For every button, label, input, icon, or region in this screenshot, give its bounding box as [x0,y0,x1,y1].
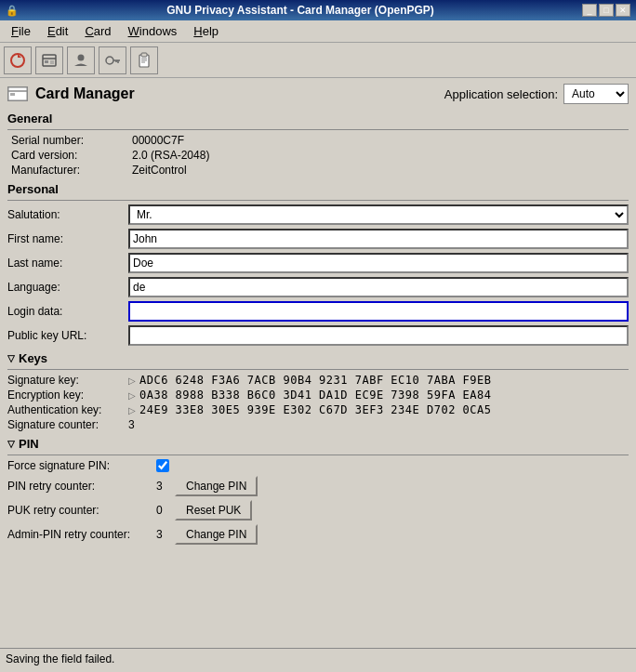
menu-file[interactable]: File [4,22,38,40]
card-version-value: 2.0 (RSA-2048) [132,149,209,162]
login-data-input[interactable] [128,301,629,322]
authentication-key-row: Authentication key: ▷ 24E9 33E8 30E5 939… [7,403,629,416]
puk-retry-label: PUK retry counter: [7,504,156,517]
signature-key-label: Signature key: [7,374,128,387]
force-signature-row: Force signature PIN: [7,459,629,472]
refresh-button[interactable] [4,46,32,74]
reset-puk-button[interactable]: Reset PUK [175,500,252,520]
svg-rect-19 [10,93,15,96]
keys-section-title: Keys [19,351,47,365]
signature-counter-label: Signature counter: [7,418,128,431]
manufacturer-value: ZeitControl [132,164,187,177]
svg-point-7 [78,54,85,60]
force-signature-checkbox[interactable] [156,459,169,472]
menu-help[interactable]: Help [186,22,226,40]
page-title: Card Manager [35,86,135,102]
menu-bar: File Edit Card Windows Help [0,20,636,43]
change-pin-button[interactable]: Change PIN [175,476,258,496]
language-label: Language: [7,281,128,294]
clipboard-button[interactable] [130,46,158,74]
signature-counter-value: 3 [128,418,135,431]
salutation-select[interactable]: Mr. Mrs. Ms. Dr. [128,204,629,225]
language-row: Language: [7,277,629,297]
pin-retry-row: PIN retry counter: 3 Change PIN [7,476,629,496]
person-button[interactable] [67,46,95,74]
public-key-url-input[interactable] [128,325,629,346]
svg-rect-4 [45,60,48,63]
status-message: Saving the field failed. [6,652,114,665]
last-name-row: Last name: [7,253,629,273]
signature-counter-row: Signature counter: 3 [7,418,629,431]
maximize-button[interactable]: □ [599,4,614,17]
signature-key-arrow: ▷ [128,376,136,386]
card-button[interactable] [35,46,63,74]
manufacturer-row: Manufacturer: ZeitControl [11,164,629,177]
puk-retry-value: 0 [156,504,175,517]
pin-divider [7,455,629,455]
minimize-button[interactable]: _ [582,4,597,17]
svg-point-8 [106,57,113,64]
keys-divider [7,369,629,370]
card-manager-title: Card Manager [7,86,135,102]
first-name-label: First name: [7,232,128,245]
serial-number-row: Serial number: 00000C7F [11,134,629,147]
public-key-url-row: Public key URL: [7,325,629,346]
pin-section-collapse[interactable]: ▽ PIN [7,437,629,451]
encryption-key-label: Encryption key: [7,389,128,402]
login-data-row: Login data: [7,301,629,322]
encryption-key-row: Encryption key: ▷ 0A38 8988 B338 B6C0 3D… [7,389,629,402]
general-section-title: General [7,112,629,125]
personal-divider [7,200,629,201]
card-version-row: Card version: 2.0 (RSA-2048) [11,149,629,162]
manufacturer-label: Manufacturer: [11,164,132,177]
title-bar-controls: _ □ ✕ [582,4,630,17]
card-version-label: Card version: [11,149,132,162]
authentication-key-value: 24E9 33E8 30E5 939E E302 C67D 3EF3 234E … [139,403,492,416]
encryption-key-arrow: ▷ [128,390,136,401]
authentication-key-label: Authentication key: [7,403,128,416]
keys-section: Signature key: ▷ ADC6 6248 F3A6 7ACB 90B… [7,374,629,431]
personal-section-title: Personal [7,182,629,196]
close-button[interactable]: ✕ [616,4,630,17]
first-name-row: First name: [7,229,629,249]
first-name-input[interactable] [128,229,629,249]
pin-collapse-arrow: ▽ [7,439,15,449]
key-icon [104,52,121,69]
pin-retry-label: PIN retry counter: [7,480,156,493]
signature-key-row: Signature key: ▷ ADC6 6248 F3A6 7ACB 90B… [7,374,629,387]
title-bar-title: GNU Privacy Assistant - Card Manager (Op… [19,4,582,17]
keys-section-collapse[interactable]: ▽ Keys [7,351,629,365]
salutation-label: Salutation: [7,208,128,221]
pin-retry-value: 3 [156,480,175,493]
toolbar [0,43,636,78]
clipboard-icon [136,52,152,69]
app-selection: Application selection: Auto [444,84,629,104]
force-signature-label: Force signature PIN: [7,459,156,472]
menu-windows[interactable]: Windows [121,22,185,40]
serial-number-value: 00000C7F [132,134,184,147]
card-manager-icon [41,52,58,69]
header-row: Card Manager Application selection: Auto [7,84,629,104]
admin-pin-retry-label: Admin-PIN retry counter: [7,528,156,541]
svg-rect-13 [141,53,147,57]
login-data-label: Login data: [7,305,128,318]
authentication-key-arrow: ▷ [128,405,136,415]
app-selection-dropdown[interactable]: Auto [563,84,629,104]
last-name-input[interactable] [128,253,629,273]
admin-pin-retry-value: 3 [156,528,175,541]
admin-change-pin-button[interactable]: Change PIN [175,524,258,545]
serial-number-label: Serial number: [11,134,132,147]
keys-collapse-arrow: ▽ [7,353,15,363]
title-bar: 🔒 GNU Privacy Assistant - Card Manager (… [0,0,636,20]
puk-retry-row: PUK retry counter: 0 Reset PUK [7,500,629,520]
menu-edit[interactable]: Edit [40,22,75,40]
card-icon [7,86,28,101]
menu-card[interactable]: Card [77,22,118,40]
key-button[interactable] [99,46,126,74]
general-info: Serial number: 00000C7F Card version: 2.… [11,134,629,177]
person-icon [73,52,89,69]
encryption-key-value: 0A38 8988 B338 B6C0 3D41 DA1D EC9E 7398 … [139,389,492,402]
refresh-icon [9,52,26,69]
language-input[interactable] [128,277,629,297]
signature-key-value: ADC6 6248 F3A6 7ACB 90B4 9231 7ABF EC10 … [139,374,492,387]
